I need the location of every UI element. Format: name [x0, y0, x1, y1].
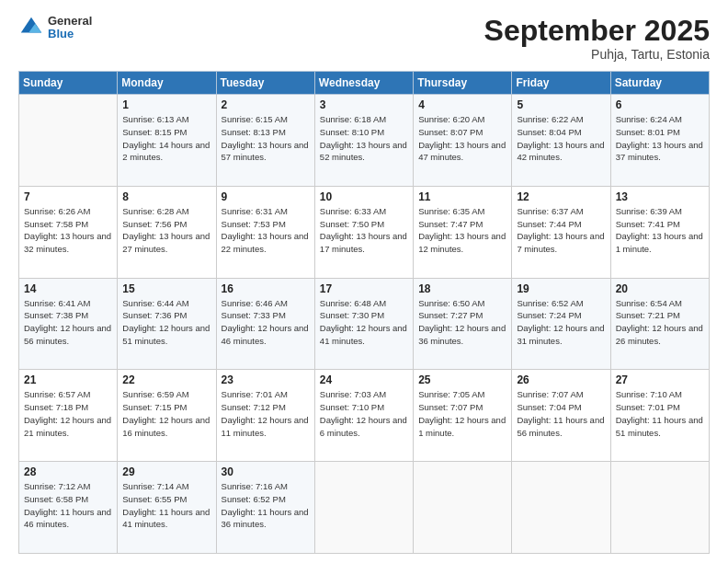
- day-info: Sunrise: 6:18 AMSunset: 8:10 PMDaylight:…: [320, 113, 408, 164]
- calendar-cell: 11Sunrise: 6:35 AMSunset: 7:47 PMDayligh…: [414, 186, 512, 278]
- day-number: 17: [320, 282, 408, 295]
- day-number: 21: [24, 373, 112, 386]
- day-of-week-header: Friday: [512, 72, 610, 95]
- calendar-week-row: 28Sunrise: 7:12 AMSunset: 6:58 PMDayligh…: [19, 462, 710, 554]
- day-info: Sunrise: 7:07 AMSunset: 7:04 PMDaylight:…: [517, 388, 605, 439]
- day-info: Sunrise: 6:54 AMSunset: 7:21 PMDaylight:…: [616, 297, 704, 348]
- day-info: Sunrise: 6:44 AMSunset: 7:36 PMDaylight:…: [122, 297, 210, 348]
- calendar-cell: 30Sunrise: 7:16 AMSunset: 6:52 PMDayligh…: [216, 462, 314, 554]
- day-number: 30: [222, 465, 310, 478]
- calendar-cell: 4Sunrise: 6:20 AMSunset: 8:07 PMDaylight…: [414, 95, 512, 187]
- day-info: Sunrise: 6:59 AMSunset: 7:15 PMDaylight:…: [122, 388, 210, 439]
- day-info: Sunrise: 7:16 AMSunset: 6:52 PMDaylight:…: [222, 480, 310, 531]
- day-info: Sunrise: 6:48 AMSunset: 7:30 PMDaylight:…: [320, 297, 408, 348]
- day-info: Sunrise: 6:20 AMSunset: 8:07 PMDaylight:…: [418, 113, 506, 164]
- calendar-body: 1Sunrise: 6:13 AMSunset: 8:15 PMDaylight…: [19, 95, 710, 554]
- calendar-cell: 14Sunrise: 6:41 AMSunset: 7:38 PMDayligh…: [19, 278, 118, 370]
- calendar-table: SundayMondayTuesdayWednesdayThursdayFrid…: [18, 71, 710, 554]
- logo-general-text: General: [48, 15, 92, 28]
- calendar-cell: [512, 462, 610, 554]
- day-number: 25: [418, 373, 506, 386]
- day-info: Sunrise: 7:03 AMSunset: 7:10 PMDaylight:…: [320, 388, 408, 439]
- day-number: 6: [616, 98, 704, 111]
- day-number: 2: [222, 98, 310, 111]
- day-number: 5: [517, 98, 605, 111]
- title-block: September 2025 Puhja, Tartu, Estonia: [484, 15, 710, 62]
- day-number: 23: [222, 373, 310, 386]
- day-info: Sunrise: 6:13 AMSunset: 8:15 PMDaylight:…: [122, 113, 210, 164]
- calendar-cell: 16Sunrise: 6:46 AMSunset: 7:33 PMDayligh…: [216, 278, 314, 370]
- day-number: 26: [517, 373, 605, 386]
- logo-blue-text: Blue: [48, 28, 92, 40]
- day-number: 4: [418, 98, 506, 111]
- day-number: 13: [616, 190, 704, 203]
- calendar-cell: 25Sunrise: 7:05 AMSunset: 7:07 PMDayligh…: [414, 370, 512, 462]
- calendar-cell: 6Sunrise: 6:24 AMSunset: 8:01 PMDaylight…: [610, 95, 709, 187]
- day-info: Sunrise: 6:35 AMSunset: 7:47 PMDaylight:…: [418, 205, 506, 256]
- calendar-cell: 18Sunrise: 6:50 AMSunset: 7:27 PMDayligh…: [414, 278, 512, 370]
- day-info: Sunrise: 6:22 AMSunset: 8:04 PMDaylight:…: [517, 113, 605, 164]
- day-number: 22: [122, 373, 210, 386]
- logo-icon: [18, 15, 44, 40]
- day-number: 16: [222, 282, 310, 295]
- day-number: 10: [320, 190, 408, 203]
- day-number: 11: [418, 190, 506, 203]
- day-of-week-header: Wednesday: [314, 72, 413, 95]
- day-info: Sunrise: 6:39 AMSunset: 7:41 PMDaylight:…: [616, 205, 704, 256]
- calendar-cell: 19Sunrise: 6:52 AMSunset: 7:24 PMDayligh…: [512, 278, 610, 370]
- day-number: 12: [517, 190, 605, 203]
- calendar-cell: 12Sunrise: 6:37 AMSunset: 7:44 PMDayligh…: [512, 186, 610, 278]
- calendar-cell: [610, 462, 709, 554]
- calendar-cell: 3Sunrise: 6:18 AMSunset: 8:10 PMDaylight…: [314, 95, 413, 187]
- day-number: 20: [616, 282, 704, 295]
- day-info: Sunrise: 6:24 AMSunset: 8:01 PMDaylight:…: [616, 113, 704, 164]
- calendar-cell: 15Sunrise: 6:44 AMSunset: 7:36 PMDayligh…: [118, 278, 216, 370]
- day-info: Sunrise: 6:26 AMSunset: 7:58 PMDaylight:…: [24, 205, 112, 256]
- calendar-cell: 23Sunrise: 7:01 AMSunset: 7:12 PMDayligh…: [216, 370, 314, 462]
- calendar-cell: 22Sunrise: 6:59 AMSunset: 7:15 PMDayligh…: [118, 370, 216, 462]
- day-of-week-header: Monday: [118, 72, 216, 95]
- calendar-week-row: 1Sunrise: 6:13 AMSunset: 8:15 PMDaylight…: [19, 95, 710, 187]
- day-number: 24: [320, 373, 408, 386]
- logo-text: General Blue: [48, 15, 92, 41]
- calendar-cell: 7Sunrise: 6:26 AMSunset: 7:58 PMDaylight…: [19, 186, 118, 278]
- day-number: 9: [222, 190, 310, 203]
- calendar-cell: [414, 462, 512, 554]
- day-info: Sunrise: 6:46 AMSunset: 7:33 PMDaylight:…: [222, 297, 310, 348]
- day-info: Sunrise: 6:28 AMSunset: 7:56 PMDaylight:…: [122, 205, 210, 256]
- day-number: 7: [24, 190, 112, 203]
- day-info: Sunrise: 6:41 AMSunset: 7:38 PMDaylight:…: [24, 297, 112, 348]
- calendar-cell: 20Sunrise: 6:54 AMSunset: 7:21 PMDayligh…: [610, 278, 709, 370]
- header-row: SundayMondayTuesdayWednesdayThursdayFrid…: [19, 72, 710, 95]
- day-number: 14: [24, 282, 112, 295]
- location-subtitle: Puhja, Tartu, Estonia: [484, 47, 710, 62]
- calendar-cell: [19, 95, 118, 187]
- calendar-cell: 5Sunrise: 6:22 AMSunset: 8:04 PMDaylight…: [512, 95, 610, 187]
- calendar-cell: 29Sunrise: 7:14 AMSunset: 6:55 PMDayligh…: [118, 462, 216, 554]
- day-number: 18: [418, 282, 506, 295]
- day-info: Sunrise: 7:10 AMSunset: 7:01 PMDaylight:…: [616, 388, 704, 439]
- calendar-cell: 10Sunrise: 6:33 AMSunset: 7:50 PMDayligh…: [314, 186, 413, 278]
- day-number: 19: [517, 282, 605, 295]
- calendar-header: SundayMondayTuesdayWednesdayThursdayFrid…: [19, 72, 710, 95]
- day-info: Sunrise: 7:14 AMSunset: 6:55 PMDaylight:…: [122, 480, 210, 531]
- day-number: 3: [320, 98, 408, 111]
- calendar-cell: 13Sunrise: 6:39 AMSunset: 7:41 PMDayligh…: [610, 186, 709, 278]
- day-of-week-header: Tuesday: [216, 72, 314, 95]
- day-info: Sunrise: 6:33 AMSunset: 7:50 PMDaylight:…: [320, 205, 408, 256]
- day-info: Sunrise: 6:50 AMSunset: 7:27 PMDaylight:…: [418, 297, 506, 348]
- calendar-cell: 24Sunrise: 7:03 AMSunset: 7:10 PMDayligh…: [314, 370, 413, 462]
- day-info: Sunrise: 6:15 AMSunset: 8:13 PMDaylight:…: [222, 113, 310, 164]
- day-number: 28: [24, 465, 112, 478]
- calendar-cell: 21Sunrise: 6:57 AMSunset: 7:18 PMDayligh…: [19, 370, 118, 462]
- calendar-cell: 9Sunrise: 6:31 AMSunset: 7:53 PMDaylight…: [216, 186, 314, 278]
- day-number: 8: [122, 190, 210, 203]
- day-info: Sunrise: 6:57 AMSunset: 7:18 PMDaylight:…: [24, 388, 112, 439]
- day-of-week-header: Thursday: [414, 72, 512, 95]
- day-number: 27: [616, 373, 704, 386]
- calendar-cell: 1Sunrise: 6:13 AMSunset: 8:15 PMDaylight…: [118, 95, 216, 187]
- day-info: Sunrise: 7:12 AMSunset: 6:58 PMDaylight:…: [24, 480, 112, 531]
- day-info: Sunrise: 7:05 AMSunset: 7:07 PMDaylight:…: [418, 388, 506, 439]
- day-number: 15: [122, 282, 210, 295]
- calendar-week-row: 7Sunrise: 6:26 AMSunset: 7:58 PMDaylight…: [19, 186, 710, 278]
